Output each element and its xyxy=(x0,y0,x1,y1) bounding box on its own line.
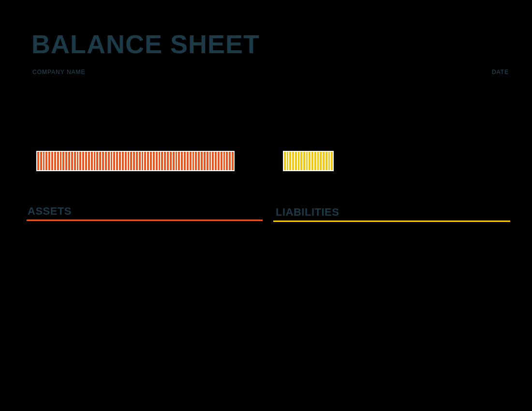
assets-underline xyxy=(27,220,263,221)
assets-bar xyxy=(36,151,235,171)
assets-heading: ASSETS xyxy=(28,205,72,218)
liabilities-heading: LIABILITIES xyxy=(276,206,339,219)
liabilities-bar xyxy=(283,151,334,171)
company-name-label: COMPANY NAME xyxy=(32,69,86,75)
date-label: DATE xyxy=(492,69,509,75)
assets-bar-fill xyxy=(36,151,235,171)
liabilities-bar-fill xyxy=(283,151,334,171)
page-title: BALANCE SHEET xyxy=(31,29,260,59)
liabilities-underline xyxy=(273,220,510,222)
